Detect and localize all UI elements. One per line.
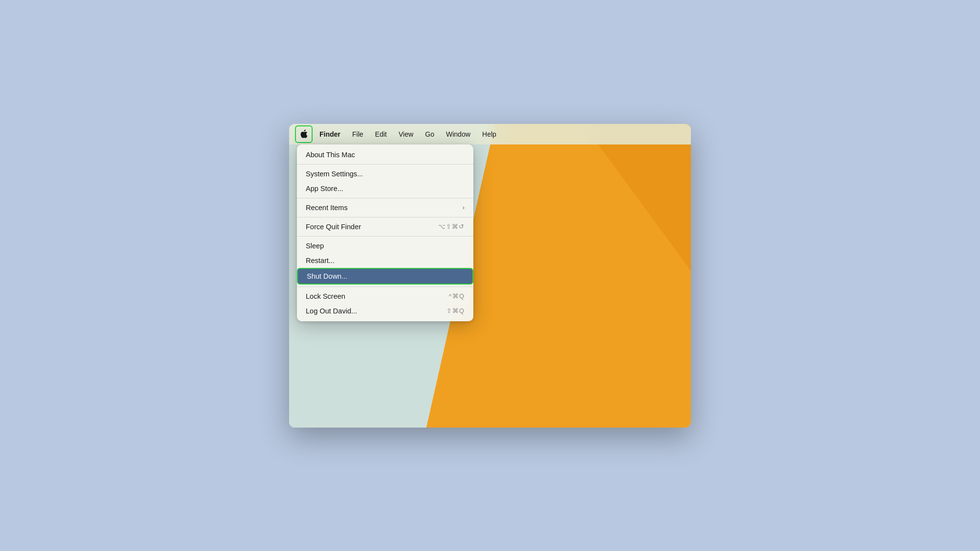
menubar-edit[interactable]: Edit [370,128,392,140]
separator-4 [297,236,473,237]
screen: Finder File Edit View Go Window Help Abo… [289,124,691,428]
menubar-help[interactable]: Help [477,128,501,140]
menu-item-about[interactable]: About This Mac [297,147,473,162]
menu-item-shut-down[interactable]: Shut Down... [297,268,473,285]
menu-item-restart[interactable]: Restart... [297,253,473,268]
menu-item-lock-screen[interactable]: Lock Screen ^⌘Q [297,289,473,304]
apple-menu-button[interactable] [295,125,313,143]
apple-dropdown-menu: About This Mac System Settings... App St… [297,144,473,321]
menubar-window[interactable]: Window [441,128,475,140]
menu-item-system-settings[interactable]: System Settings... [297,167,473,181]
menu-item-sleep[interactable]: Sleep [297,239,473,253]
menu-item-app-store[interactable]: App Store... [297,181,473,196]
menubar-view[interactable]: View [393,128,418,140]
separator-1 [297,164,473,165]
separator-5 [297,287,473,287]
separator-2 [297,198,473,198]
recent-items-arrow: › [463,204,465,211]
menubar-finder[interactable]: Finder [315,128,345,140]
separator-3 [297,217,473,217]
menubar-go[interactable]: Go [420,128,440,140]
menu-item-recent-items[interactable]: Recent Items › [297,200,473,215]
log-out-shortcut: ⇧⌘Q [446,307,465,314]
force-quit-shortcut: ⌥⇧⌘↺ [438,223,465,230]
menu-item-log-out[interactable]: Log Out David... ⇧⌘Q [297,304,473,318]
menubar-file[interactable]: File [347,128,368,140]
menu-item-force-quit[interactable]: Force Quit Finder ⌥⇧⌘↺ [297,219,473,234]
lock-screen-shortcut: ^⌘Q [449,292,465,300]
menubar: Finder File Edit View Go Window Help [289,124,691,144]
